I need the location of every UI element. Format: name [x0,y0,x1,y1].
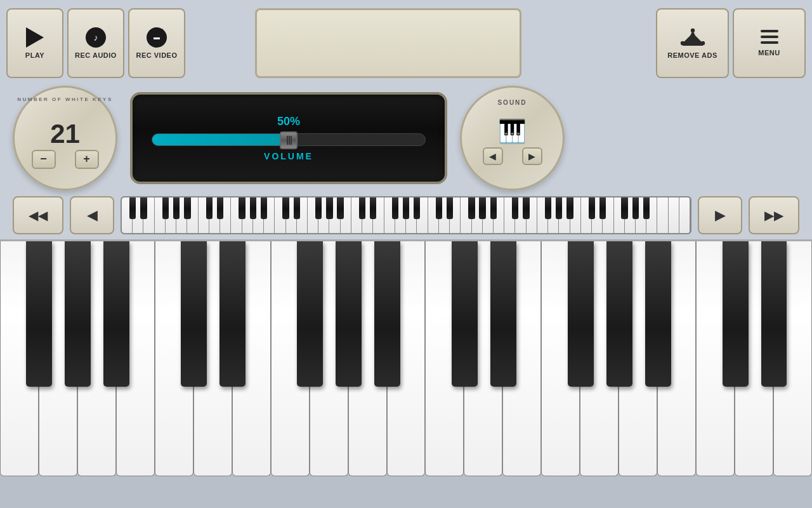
play-button[interactable]: PLAY [6,8,63,78]
mini-black-key[interactable] [282,197,289,220]
mini-black-key[interactable] [447,197,453,220]
mini-black-key[interactable] [621,197,627,220]
middle-panel: NUMBER OF WHITE KEYS 21 − + 50% VOLUME [0,86,812,190]
mini-black-key[interactable] [326,197,332,220]
white-keys-dial-label: NUMBER OF WHITE KEYS [17,97,112,102]
play-icon [26,27,44,48]
mini-black-key[interactable] [468,197,475,220]
top-panel: PLAY REC AUDIO REC VIDEO [0,0,812,86]
volume-slider-track[interactable] [152,133,426,146]
mini-white-key[interactable] [669,197,679,233]
mini-black-key[interactable] [589,197,595,220]
sound-dial-label: SOUND [497,99,527,106]
mini-black-key[interactable] [250,197,256,220]
mini-black-key[interactable] [239,197,245,220]
mini-black-key[interactable] [173,197,180,220]
sound-arrows: ◀ ▶ [483,147,542,165]
play-label: PLAY [25,51,44,59]
piano-section [0,241,812,508]
menu-label: MENU [758,49,780,57]
mini-black-key[interactable] [414,197,420,220]
mini-black-key[interactable] [261,197,267,220]
black-key[interactable] [181,241,207,387]
volume-slider-fill [152,134,289,145]
skip-back-button[interactable]: ◀◀ [13,196,63,234]
sound-dial: SOUND 🎹 ◀ ▶ [460,86,565,190]
black-key[interactable] [297,241,323,387]
mini-black-key[interactable] [523,197,529,220]
piano-keyboard [0,241,812,476]
sound-next-button[interactable]: ▶ [522,147,542,165]
black-key[interactable] [723,241,749,387]
transport-group: PLAY REC AUDIO REC VIDEO [6,8,185,78]
mini-black-key[interactable] [392,197,398,220]
rec-video-button[interactable]: REC VIDEO [128,8,185,78]
mini-black-key[interactable] [512,197,518,220]
white-keys-dial: NUMBER OF WHITE KEYS 21 − + [13,86,117,190]
mini-black-key[interactable] [436,197,442,220]
mini-black-key[interactable] [359,197,365,220]
mini-black-key[interactable] [217,197,223,220]
mini-black-key[interactable] [556,197,562,220]
mini-black-key[interactable] [566,197,573,220]
svg-rect-4 [682,42,704,45]
rec-audio-icon [86,27,106,48]
remove-ads-label: REMOVE ADS [667,51,717,59]
rec-video-icon [147,27,167,48]
sound-prev-button[interactable]: ◀ [483,147,503,165]
increase-keys-button[interactable]: + [75,150,99,169]
mini-black-key[interactable] [294,197,300,220]
black-key[interactable] [65,241,91,387]
dial-controls: − + [32,150,99,169]
mini-black-key[interactable] [632,197,639,220]
right-buttons: REMOVE ADS MENU [656,8,806,78]
mini-black-key[interactable] [545,197,551,220]
mini-black-key[interactable] [599,197,606,220]
mini-black-key[interactable] [403,197,409,220]
volume-slider-thumb[interactable] [280,131,298,149]
menu-button[interactable]: MENU [733,8,806,78]
rec-audio-button[interactable]: REC AUDIO [67,8,124,78]
rec-video-label: REC VIDEO [136,51,177,59]
black-key[interactable] [374,241,400,387]
mini-black-key[interactable] [643,197,650,220]
black-key[interactable] [568,241,594,387]
mini-black-key[interactable] [315,197,322,220]
mini-keyboard-navigator[interactable] [121,196,691,234]
black-key[interactable] [761,241,787,387]
piano-sound-icon: 🎹 [498,118,527,145]
next-button[interactable]: ▶ [698,196,742,234]
remove-ads-button[interactable]: REMOVE ADS [656,8,729,78]
decrease-keys-button[interactable]: − [32,150,56,169]
mini-white-key[interactable] [657,197,668,233]
black-key[interactable] [490,241,516,387]
black-key[interactable] [103,241,129,387]
black-key[interactable] [219,241,246,387]
mini-black-key[interactable] [370,197,376,220]
volume-label: VOLUME [264,151,313,161]
menu-icon [761,30,778,44]
rec-audio-label: REC AUDIO [75,51,117,59]
prev-button[interactable]: ◀ [70,196,114,234]
ad-display [255,8,521,78]
mini-black-key[interactable] [184,197,190,220]
black-key[interactable] [26,241,52,387]
mini-black-key[interactable] [162,197,169,220]
black-key[interactable] [606,241,632,387]
skip-forward-button[interactable]: ▶▶ [749,196,799,234]
nav-panel: ◀◀ ◀ ▶ ▶▶ [0,190,812,241]
mini-black-key[interactable] [129,197,136,220]
mini-black-key[interactable] [337,197,343,220]
mini-black-key[interactable] [490,197,497,220]
black-key[interactable] [336,241,362,387]
black-key[interactable] [645,241,671,387]
black-key[interactable] [452,241,478,387]
mini-black-key[interactable] [140,197,147,220]
mini-black-key[interactable] [479,197,485,220]
crown-icon [680,27,705,46]
volume-percentage: 50% [277,115,300,128]
mini-white-key[interactable] [679,197,690,233]
slider-thumb-center-line [289,136,290,145]
mini-black-key[interactable] [206,197,213,220]
white-keys-value: 21 [50,121,80,147]
